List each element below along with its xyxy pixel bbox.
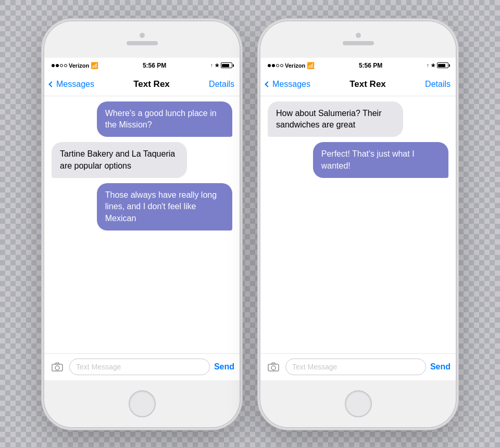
time-display-right: 5:56 PM (359, 62, 382, 69)
ear-speaker (127, 41, 158, 45)
signal-dot-4 (64, 64, 67, 67)
details-button-right[interactable]: Details (425, 80, 451, 89)
signal-dot-3 (60, 64, 63, 67)
message-bubble-2: Tartine Bakery and La Taqueria are popul… (52, 142, 187, 178)
message-bubble-1: Where's a good lunch place in the Missio… (97, 101, 232, 137)
status-right: ↑ ★ (210, 62, 232, 68)
time-display: 5:56 PM (143, 62, 166, 69)
status-bar-right: Verizon 📶 5:56 PM ↑ ★ (260, 58, 456, 73)
conversation-title: Text Rex (133, 79, 170, 89)
camera-button-right[interactable] (266, 359, 281, 375)
input-placeholder-left: Text Message (76, 363, 121, 371)
svg-point-1 (55, 366, 59, 370)
signal-dot-2 (56, 64, 59, 67)
bluetooth-icon: ★ (215, 62, 219, 68)
carrier-label-right: Verizon (285, 62, 305, 69)
message-bubble-r2: Perfect! That's just what I wanted! (313, 142, 448, 178)
nav-bar-right: Messages Text Rex Details (260, 73, 456, 96)
message-input-left[interactable]: Text Message (69, 359, 210, 375)
signal-dot-r4 (280, 64, 283, 67)
battery-fill-right (438, 64, 445, 67)
signal-dot-r3 (276, 64, 279, 67)
details-button[interactable]: Details (209, 80, 234, 89)
input-placeholder-right: Text Message (292, 363, 337, 371)
wifi-icon: 📶 (91, 62, 98, 69)
back-button-right[interactable]: Messages (266, 80, 310, 89)
message-bubble-r1: How about Salumeria? Their sandwiches ar… (268, 101, 403, 137)
status-bar: Verizon 📶 5:56 PM ↑ ★ (44, 58, 240, 73)
messages-area-left: Where's a good lunch place in the Missio… (44, 96, 240, 353)
nav-bar-left: Messages Text Rex Details (44, 73, 240, 96)
ear-speaker-right (343, 41, 374, 45)
wifi-icon-right: 📶 (307, 62, 315, 69)
signal-dot-r2 (272, 64, 275, 67)
iphone-bottom-bezel-right (260, 380, 456, 427)
home-button-left[interactable] (129, 390, 156, 417)
send-button-left[interactable]: Send (214, 362, 234, 372)
signal-dot-1 (52, 64, 55, 67)
message-input-right[interactable]: Text Message (285, 359, 426, 375)
back-label-right: Messages (272, 80, 310, 89)
svg-point-3 (271, 366, 276, 370)
input-bar-right: Text Message Send (260, 353, 456, 380)
status-left-right: Verizon 📶 (268, 62, 315, 69)
iphone-bottom-bezel-left (44, 380, 240, 427)
signal-dot-r1 (268, 64, 271, 67)
carrier-label: Verizon (69, 62, 89, 69)
battery-fill (222, 64, 229, 67)
iphone-right: Verizon 📶 5:56 PM ↑ ★ Messages Text Rex … (260, 21, 456, 427)
front-camera-right (356, 33, 361, 38)
back-chevron-icon-right (265, 81, 270, 87)
signal-indicator-right (268, 64, 283, 67)
front-camera (140, 33, 145, 38)
signal-indicator (52, 64, 67, 67)
back-button[interactable]: Messages (49, 80, 94, 89)
send-button-right[interactable]: Send (430, 362, 451, 372)
input-bar-left: Text Message Send (44, 353, 240, 380)
screen-right: Verizon 📶 5:56 PM ↑ ★ Messages Text Rex … (260, 58, 456, 380)
location-icon: ↑ (210, 62, 213, 68)
status-left: Verizon 📶 (52, 62, 98, 69)
messages-area-right: How about Salumeria? Their sandwiches ar… (260, 96, 456, 353)
back-label: Messages (56, 80, 94, 89)
camera-button[interactable] (49, 359, 65, 375)
location-icon-right: ↑ (427, 62, 429, 68)
iphone-left: Verizon 📶 5:56 PM ↑ ★ Messages Text Rex … (44, 21, 240, 427)
status-right-right: ↑ ★ (427, 62, 448, 68)
bluetooth-icon-right: ★ (431, 62, 435, 68)
iphone-top-bezel-right (260, 21, 456, 58)
back-chevron-icon (48, 81, 54, 87)
conversation-title-right: Text Rex (349, 79, 386, 89)
battery-indicator-right (437, 62, 448, 68)
screen-left: Verizon 📶 5:56 PM ↑ ★ Messages Text Rex … (44, 58, 240, 380)
iphone-top-bezel (44, 21, 240, 58)
home-button-right[interactable] (345, 390, 372, 417)
message-bubble-3: Those always have really long lines, and… (97, 183, 232, 231)
battery-indicator (221, 62, 232, 68)
